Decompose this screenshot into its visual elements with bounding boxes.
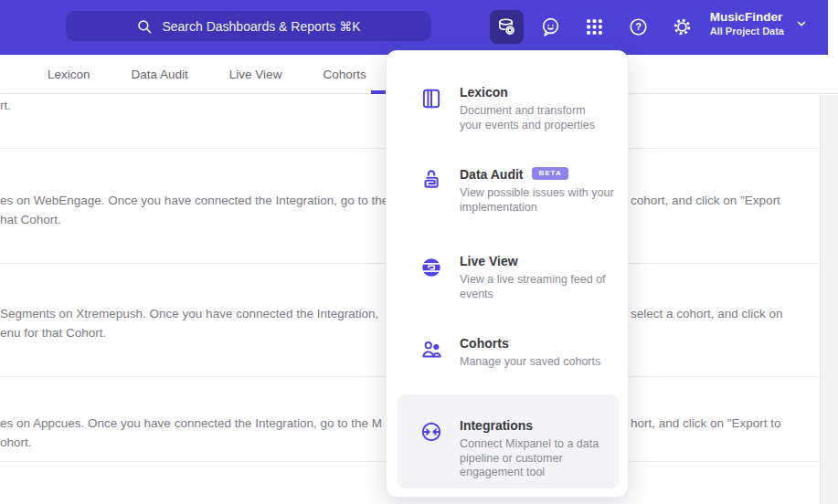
help-button[interactable]: ?	[621, 10, 655, 44]
lexicon-book-icon	[419, 87, 443, 110]
integrations-sync-icon	[419, 420, 443, 444]
menu-item-description: Document and transform your events and p…	[460, 104, 624, 132]
beta-badge: BETA	[532, 167, 568, 180]
data-audit-lock-icon	[419, 169, 443, 193]
gear-icon	[672, 16, 693, 37]
bg-text-line: es on Appcues. Once you have connected t…	[0, 415, 382, 433]
menu-item-cohorts[interactable]: Cohorts Manage your saved cohorts	[387, 335, 630, 370]
menu-item-title: Integrations	[460, 417, 533, 434]
menu-item-description: Manage your saved cohorts	[460, 355, 624, 370]
project-selector[interactable]: MusicFinder All Project Data	[710, 9, 808, 37]
bg-text-line: hat Cohort.	[0, 211, 61, 229]
menu-item-title: Data Audit	[460, 166, 523, 183]
menu-item-description: View possible issues with your implement…	[460, 186, 624, 215]
bg-text-line: es on WebEngage. Once you have connected…	[0, 192, 388, 210]
menu-item-description: Connect Mixpanel to a data pipeline or c…	[460, 437, 624, 480]
project-selector-text: MusicFinder All Project Data	[710, 9, 784, 37]
menu-item-title: Cohorts	[460, 335, 509, 352]
help-icon: ?	[628, 16, 649, 37]
menu-item-live-view[interactable]: Live View View a live streaming feed of …	[387, 253, 630, 301]
tab-lexicon[interactable]: Lexicon	[48, 68, 90, 81]
chevron-down-icon	[795, 17, 808, 30]
bg-text-line: select a cohort, and click on	[631, 305, 783, 323]
search-icon	[136, 18, 153, 35]
page-right-gutter	[820, 95, 838, 504]
menu-item-lexicon[interactable]: Lexicon Document and transform your even…	[387, 84, 630, 132]
svg-text:?: ?	[635, 21, 642, 32]
bg-text-line: enu for that Cohort.	[0, 324, 106, 342]
tab-data-audit[interactable]: Data Audit	[132, 68, 188, 81]
search-placeholder: Search Dashboards & Reports ⌘K	[162, 19, 360, 34]
bg-text-line: rt.	[0, 97, 11, 115]
menu-item-title: Lexicon	[460, 84, 508, 100]
project-name: MusicFinder	[710, 9, 783, 25]
tab-live-view[interactable]: Live View	[229, 68, 282, 81]
app-window: rt. es on WebEngage. Once you have conne…	[0, 0, 838, 504]
menu-item-description: View a live streaming feed of events	[460, 273, 624, 301]
feedback-smiley-icon	[540, 16, 561, 37]
apps-grid-icon	[585, 17, 604, 37]
feedback-button[interactable]	[534, 10, 568, 44]
bg-text-line: cohort, and click on "Export	[631, 192, 780, 210]
data-management-dropdown: Lexicon Document and transform your even…	[386, 50, 629, 498]
database-gear-icon	[496, 16, 517, 37]
menu-item-title: Live View	[460, 253, 518, 269]
project-subtitle: All Project Data	[710, 25, 784, 37]
header-icon-group: ?	[490, 10, 699, 44]
global-search-input[interactable]: Search Dashboards & Reports ⌘K	[66, 11, 431, 41]
top-header-bar: Search Dashboards & Reports ⌘K	[0, 0, 828, 55]
tab-cohorts[interactable]: Cohorts	[323, 68, 366, 81]
settings-button[interactable]	[665, 10, 699, 44]
bg-text-line: hort, and click on "Export to	[631, 415, 781, 433]
bg-text-line: ohort.	[0, 434, 32, 452]
menu-item-data-audit[interactable]: Data Audit BETA View possible issues wit…	[387, 166, 630, 215]
bg-text-line: Segments on Xtremepush. Once you have co…	[0, 305, 378, 323]
cohorts-people-icon	[419, 338, 443, 362]
menu-item-integrations[interactable]: Integrations Connect Mixpanel to a data …	[387, 417, 630, 480]
live-view-globe-icon	[419, 256, 443, 279]
data-management-button[interactable]	[490, 10, 524, 44]
apps-grid-button[interactable]	[578, 10, 611, 44]
